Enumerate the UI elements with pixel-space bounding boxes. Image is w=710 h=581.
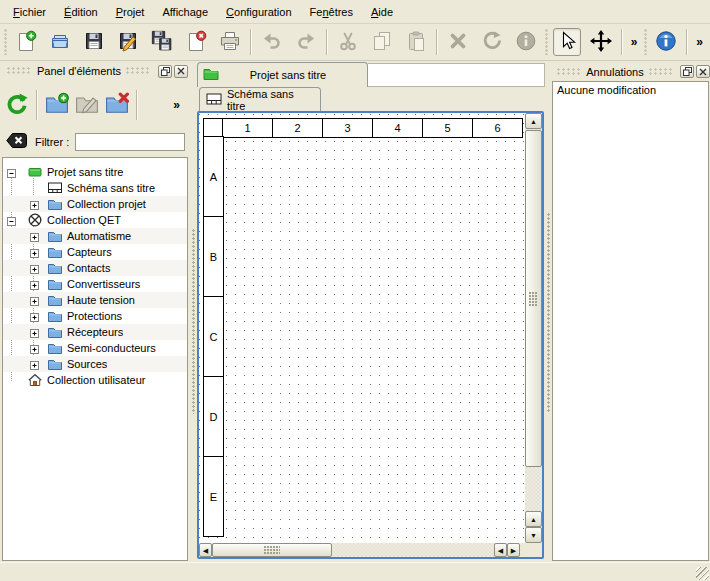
tree-expander-plus[interactable] [30, 296, 39, 305]
redo-icon [295, 30, 317, 54]
toolbar-overflow-chevron[interactable]: » [628, 35, 641, 49]
vertical-scrollbar[interactable]: ▲ ▲ ▼ [525, 113, 542, 543]
float-panel-button[interactable] [158, 65, 172, 78]
undo-history-item[interactable]: Aucune modification [553, 82, 708, 98]
float-panel-button[interactable] [680, 65, 694, 78]
toolbar-separator [326, 29, 328, 55]
paste-button[interactable] [402, 28, 430, 56]
toolbar-drag-handle[interactable] [644, 29, 647, 55]
panel-toolbar-overflow-chevron[interactable]: » [173, 98, 180, 112]
select-pointer-button[interactable] [553, 28, 581, 56]
tree-item-convertisseurs[interactable]: Convertisseurs [3, 276, 187, 292]
tree-item-semi-conducteurs[interactable]: Semi-conducteurs [3, 340, 187, 356]
scroll-up-button[interactable]: ▲ [525, 113, 542, 129]
tree-expander-plus[interactable] [30, 200, 39, 209]
new-document-button[interactable] [12, 28, 40, 56]
horizontal-scroll-thumb[interactable] [212, 543, 332, 557]
folder-icon [48, 325, 62, 339]
scroll-right-button[interactable]: ▶ [507, 543, 520, 557]
scroll-down-button[interactable]: ▼ [525, 527, 542, 543]
save-as-button[interactable] [114, 28, 142, 56]
tree-item-sources[interactable]: Sources [3, 356, 187, 372]
tree-item-recepteurs[interactable]: Récepteurs [3, 324, 187, 340]
tree-item-protections[interactable]: Protections [3, 308, 187, 324]
close-document-button[interactable] [182, 28, 210, 56]
print-button[interactable] [216, 28, 244, 56]
new-category-button[interactable] [42, 90, 72, 120]
filter-row: Filtrer : [2, 130, 188, 154]
element-info-icon [515, 30, 537, 54]
toolbar-overflow-chevron[interactable]: » [693, 35, 706, 49]
tree-expander-plus[interactable] [30, 360, 39, 369]
scroll-left-button-2[interactable]: ◀ [494, 543, 507, 557]
tree-expander-plus[interactable] [30, 232, 39, 241]
tree-item-collection-qet[interactable]: Collection QET [3, 212, 187, 228]
cut-button[interactable] [334, 28, 362, 56]
copy-icon [371, 30, 393, 54]
close-panel-button[interactable] [696, 65, 710, 78]
element-info-button[interactable] [512, 28, 540, 56]
save-button[interactable] [80, 28, 108, 56]
toolbar-drag-handle[interactable] [4, 29, 7, 55]
tree-item-contacts[interactable]: Contacts [3, 260, 187, 276]
elements-panel-titlebar[interactable]: Panel d'éléments [2, 63, 188, 79]
tree-item-capteurs[interactable]: Capteurs [3, 244, 187, 260]
tree-item-automatisme[interactable]: Automatisme [3, 228, 187, 244]
delete-category-button[interactable] [102, 90, 132, 120]
left-splitter[interactable] [190, 61, 197, 562]
tree-item-projet-sans-titre[interactable]: Projet sans titre [3, 164, 187, 180]
schema-icon [206, 91, 222, 109]
delete-button[interactable] [444, 28, 472, 56]
tree-item-schema-sans-titre[interactable]: Schéma sans titre [3, 180, 187, 196]
scroll-up-button-2[interactable]: ▲ [525, 511, 542, 527]
toolbar-drag-handle[interactable] [545, 29, 548, 55]
diagram-canvas[interactable]: 123456 ABCDE [199, 113, 525, 543]
tabbar-empty-area [368, 63, 545, 87]
menu-affichage[interactable]: Affichage [153, 3, 217, 21]
splitter-handle-dots [547, 213, 551, 413]
status-bar [0, 562, 710, 581]
tree-expander-plus[interactable] [30, 248, 39, 257]
reload-collections-button[interactable] [2, 90, 32, 120]
menu-fenetres[interactable]: Fenêtres [301, 3, 362, 21]
copy-button[interactable] [368, 28, 396, 56]
filter-input[interactable] [75, 133, 185, 151]
tab-schema-sans-titre[interactable]: Schéma sans titre [199, 87, 321, 111]
edit-category-button[interactable] [72, 90, 102, 120]
tree-item-haute-tension[interactable]: Haute tension [3, 292, 187, 308]
tree-expander-plus[interactable] [30, 312, 39, 321]
row-header-A: A [203, 136, 224, 217]
column-header-2: 2 [272, 118, 323, 138]
right-splitter[interactable] [545, 61, 552, 562]
tab-project-sans-titre[interactable]: Projet sans titre [197, 62, 368, 87]
scroll-left-button[interactable]: ◀ [199, 543, 212, 557]
move-view-button[interactable] [587, 28, 615, 56]
menu-configuration[interactable]: Configuration [217, 3, 300, 21]
menu-fichier[interactable]: Fichier [4, 3, 55, 21]
rotate-button[interactable] [478, 28, 506, 56]
menu-projet[interactable]: Projet [107, 3, 154, 21]
horizontal-scrollbar[interactable]: ◀ ◀ ▶ [199, 543, 521, 557]
folder-icon [48, 341, 62, 355]
save-all-button[interactable] [148, 28, 176, 56]
tree-expander-plus[interactable] [30, 344, 39, 353]
about-button[interactable] [652, 28, 680, 56]
menu-edition[interactable]: Édition [55, 3, 107, 21]
window-resize-grip[interactable] [696, 567, 709, 580]
tree-expander-plus[interactable] [30, 280, 39, 289]
menu-aide[interactable]: Aide [362, 3, 402, 21]
undo-panel-titlebar[interactable]: Annulations [552, 63, 710, 80]
open-document-button[interactable] [46, 28, 74, 56]
tree-item-collection-utilisateur[interactable]: Collection utilisateur [3, 372, 187, 388]
clear-filter-button[interactable] [5, 132, 27, 152]
undo-button[interactable] [258, 28, 286, 56]
tree-expander-minus[interactable] [7, 168, 16, 177]
tree-item-collection-projet[interactable]: Collection projet [3, 196, 187, 212]
tree-expander-plus[interactable] [30, 328, 39, 337]
tree-expander-plus[interactable] [30, 264, 39, 273]
tree-expander-minus[interactable] [7, 216, 16, 225]
paste-icon [405, 30, 427, 54]
redo-button[interactable] [292, 28, 320, 56]
close-panel-button[interactable] [174, 65, 188, 78]
vertical-scroll-thumb[interactable] [525, 130, 542, 467]
